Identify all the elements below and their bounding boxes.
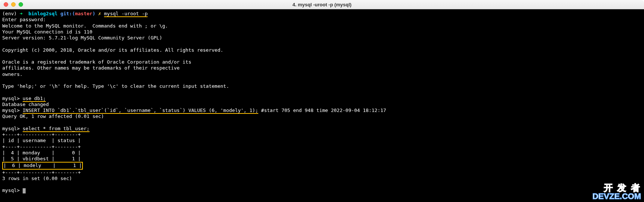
output-trademark-2: affiliates. Other names may be trademark… (2, 65, 179, 71)
table-border: +----+-----------+--------+ (2, 132, 81, 137)
close-window-button[interactable] (4, 2, 8, 7)
prompt-line: (env) ➜ binlog2sql git:(master) ✗ mysql … (2, 11, 148, 17)
output-copyright: Copyright (c) 2000, 2018, Oracle and/or … (2, 47, 223, 53)
sql-insert-comment: #start 705 end 948 time 2022-09-04 18:12… (258, 108, 386, 113)
prompt-arrow-icon: ➜ (20, 11, 23, 16)
mysql-prompt: mysql> (2, 96, 20, 101)
output-db-changed: Database changed (2, 102, 49, 107)
output-welcome: Welcome to the MySQL monitor. Commands e… (2, 23, 168, 29)
prompt-paren-close: ) (93, 11, 96, 16)
sql-insert: INSERT INTO `db1`.`tbl_user`(`id`, `user… (23, 108, 258, 114)
table-row: | 4 | monday | 0 | (2, 150, 81, 155)
mysql-prompt: mysql> (2, 187, 20, 193)
output-trademark-3: owners. (2, 71, 23, 77)
mysql-prompt: mysql> (2, 126, 20, 131)
output-help: Type 'help;' or '\h' for help. Type '\c'… (2, 83, 229, 89)
maximize-window-button[interactable] (19, 2, 23, 7)
output-trademark-1: Oracle is a registered trademark of Orac… (2, 59, 191, 65)
prompt-path: binlog2sql (28, 11, 57, 16)
mysql-prompt: mysql> (2, 108, 20, 113)
prompt-dirty-icon: ✗ (98, 11, 101, 16)
watermark-line1: 开 发 者 (592, 183, 641, 192)
watermark-line2: DEVZE.COM (592, 192, 641, 201)
output-query-ok: Query OK, 1 row affected (0.01 sec) (2, 113, 104, 119)
output-server-version: Server version: 5.7.21-log MySQL Communi… (2, 35, 162, 41)
prompt-branch: master (75, 11, 93, 16)
sql-select: select * from tbl_user; (23, 126, 90, 132)
table-summary: 3 rows in set (0.00 sec) (2, 176, 72, 181)
table-border: +----+-----------+--------+ (2, 144, 81, 150)
prompt-env: (env) (2, 11, 17, 16)
prompt-paren-open: ( (72, 11, 75, 16)
shell-command: mysql -uroot -p (104, 11, 148, 17)
table-row: | 5 | vbirdbest | 1 | (2, 156, 81, 161)
window-title: 4. mysql -uroot -p (mysql) (292, 2, 352, 7)
prompt-git-label: git: (61, 11, 72, 16)
table-border: +----+-----------+--------+ (2, 170, 81, 175)
output-enter-password: Enter password: (2, 17, 46, 22)
titlebar: 4. mysql -uroot -p (mysql) (0, 0, 644, 9)
cursor-icon (23, 188, 26, 193)
terminal-window: 4. mysql -uroot -p (mysql) (env) ➜ binlo… (0, 0, 644, 202)
table-header: | id | username | status | (2, 138, 81, 143)
terminal-content[interactable]: (env) ➜ binlog2sql git:(master) ✗ mysql … (0, 9, 644, 202)
traffic-lights (4, 2, 23, 7)
sql-use-db: use db1; (23, 96, 46, 102)
output-conn-id: Your MySQL connection id is 110 (2, 29, 93, 35)
minimize-window-button[interactable] (11, 2, 16, 7)
watermark: 开 发 者 DEVZE.COM (592, 183, 641, 201)
table-row-highlighted: | 6 | modely | 1 | (2, 162, 83, 169)
